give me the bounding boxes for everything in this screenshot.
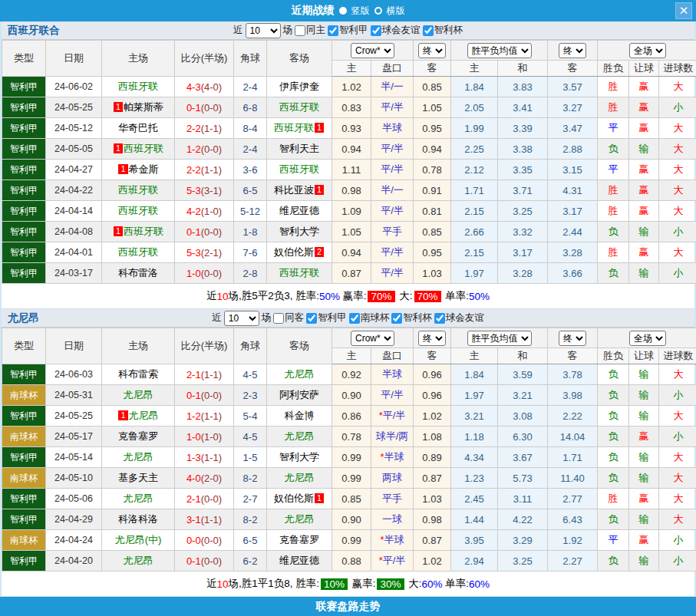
avg-draw-cell: 3.83 (498, 77, 548, 97)
avg-home-cell: 2.94 (451, 551, 498, 572)
league-filter-checkbox[interactable] (306, 313, 317, 324)
handicap-cell: 半/一 (371, 77, 414, 97)
home-team-name: 尤尼昂 (124, 451, 153, 463)
away-team-cell: 维尼亚德 (267, 201, 332, 222)
same-venue-filter[interactable]: 同主 (295, 24, 325, 37)
league-filter[interactable]: 智利杯 (391, 311, 432, 324)
home-team-name: 西班牙联 (118, 205, 158, 216)
match-count-select[interactable]: 10 (224, 311, 259, 326)
halftime-score: (0-0) (201, 226, 222, 238)
avg-time-select[interactable]: 终 (559, 331, 586, 346)
same-venue-filter[interactable]: 同客 (273, 311, 304, 324)
league-filter[interactable]: 球会友谊 (371, 24, 421, 37)
odds-away-cell: 1.03 (414, 263, 451, 284)
avg-away-cell: 2.22 (548, 406, 598, 427)
handicap-result-cell: 输 (629, 406, 659, 427)
league-badge: 南球杯 (2, 468, 46, 489)
league-filter-checkbox[interactable] (349, 313, 360, 324)
avg-draw-cell: 3.35 (498, 160, 548, 180)
away-team-name: 维尼亚德 (279, 555, 319, 566)
date-cell: 24-04-08 (46, 222, 102, 242)
avg-away-cell: 3.15 (548, 160, 598, 180)
league-filter[interactable]: 智利杯 (423, 24, 463, 37)
match-row: 智利甲24-04-22西班牙联5-3(3-1)6-5科比亚波10.98半/一0.… (2, 180, 696, 201)
away-team-cell: 克鲁塞罗 (267, 530, 332, 551)
league-filter-checkbox[interactable] (434, 313, 445, 324)
team-results-section: 西班牙联合 近 10 场 同主 智利甲球会友谊智利杯 (2, 21, 694, 309)
scope-select[interactable]: 全场 (629, 331, 666, 346)
same-venue-checkbox[interactable] (295, 25, 305, 36)
odds-time-select[interactable]: 终 (418, 331, 446, 346)
goals-cell: 大 (659, 77, 696, 97)
col-header-score: 比分(半场) (175, 41, 234, 77)
league-filter[interactable]: 球会友谊 (434, 311, 484, 324)
avg-select[interactable]: 胜平负均值 (467, 43, 532, 58)
score-cell: 1-2(1-1) (175, 406, 234, 427)
away-team-cell: 智利大学 (267, 447, 332, 468)
avg-select[interactable]: 胜平负均值 (467, 331, 532, 346)
league-filter-checkbox[interactable] (423, 25, 434, 36)
odds-company-select[interactable]: Crow* (351, 43, 394, 58)
odds-home-cell: 0.86 (332, 406, 371, 427)
league-filter[interactable]: 智利甲 (328, 24, 368, 37)
handicap-cell: 半/一 (371, 180, 414, 201)
league-filter[interactable]: 智利甲 (306, 311, 347, 324)
results-body: 智利甲24-06-03科布雷索2-1(1-1)4-5尤尼昂0.92半球0.961… (2, 364, 696, 572)
away-team-name: 智利大学 (279, 226, 319, 237)
match-row: 智利甲24-04-14西班牙联4-2(1-0)5-12维尼亚德1.09平/半0.… (2, 201, 696, 222)
sub-header-avg-draw: 和 (498, 61, 548, 77)
home-team-cell: 尤尼昂 (102, 489, 175, 509)
odds-time-select[interactable]: 终 (418, 43, 446, 58)
corner-cell: 5-4 (234, 406, 267, 427)
scope-select[interactable]: 全场 (629, 43, 666, 58)
score-cell: 2-1(0-0) (175, 489, 234, 509)
avg-home-cell: 4.34 (451, 447, 498, 468)
sub-header-avg-draw: 和 (498, 348, 548, 364)
score-cell: 0-0(0-0) (175, 530, 234, 551)
avg-time-select[interactable]: 终 (559, 43, 586, 58)
footer-bar[interactable]: 联赛盘路走势 (0, 597, 696, 616)
league-badge: 智利甲 (2, 180, 46, 201)
league-filter-checkbox[interactable] (328, 25, 338, 36)
fulltime-score: 3-1 (186, 514, 201, 525)
fulltime-score: 0-0 (186, 535, 201, 546)
odds-away-cell: 0.91 (414, 180, 451, 201)
away-team-cell: 智利天主 (267, 139, 332, 160)
league-filter-checkbox[interactable] (391, 313, 402, 324)
same-venue-checkbox[interactable] (273, 313, 284, 324)
league-badge: 智利甲 (2, 201, 46, 222)
halftime-score: (0-0) (201, 535, 222, 546)
goals-cell: 小 (659, 530, 696, 551)
layout-radio-horizontal[interactable] (374, 7, 382, 15)
close-button[interactable]: ✕ (675, 2, 692, 19)
odds-away-cell: 0.78 (414, 160, 451, 180)
red-card-badge: 1 (114, 102, 123, 112)
handicap-result-cell: 赢 (629, 77, 659, 97)
handicap-cell: 平/半 (371, 263, 414, 284)
score-cell: 4-0(2-0) (175, 468, 234, 489)
match-row: 智利甲24-04-081西班牙联0-1(0-0)1-8智利大学1.05平手0.8… (2, 222, 696, 242)
home-team-cell: 西班牙联 (102, 242, 175, 263)
league-filter[interactable]: 南球杯 (349, 311, 390, 324)
close-icon: ✕ (679, 4, 689, 17)
odds-company-select[interactable]: Crow* (351, 331, 394, 346)
handicap-text: 半球 (382, 368, 402, 380)
home-team-cell: 1帕莱斯蒂 (102, 97, 175, 118)
odds-home-cell: 1.11 (332, 160, 371, 180)
match-row: 智利甲24-04-271希金斯2-2(1-1)3-6西班牙联1.11平/半0.7… (2, 160, 696, 180)
league-filter-checkbox[interactable] (371, 25, 381, 36)
handicap-text: 半球 (382, 122, 402, 133)
league-filter-label: 智利甲 (339, 24, 368, 37)
away-team-cell: 奴伯伦斯1 (267, 489, 332, 509)
goals-cell: 小 (659, 97, 696, 118)
home-team-cell: 科布雷索 (102, 364, 175, 385)
away-team-name: 奴伯伦斯 (274, 492, 314, 504)
match-count-select[interactable]: 10 (246, 23, 281, 38)
odds-away-cell: 0.98 (414, 509, 451, 530)
handicap-cell: 平手 (371, 489, 414, 509)
date-cell: 24-05-05 (46, 139, 102, 160)
layout-radio-vertical[interactable] (339, 7, 347, 15)
corner-cell: 1-8 (234, 222, 267, 242)
home-team-name: 希金斯 (129, 163, 159, 175)
result-cell: 负 (598, 551, 629, 572)
